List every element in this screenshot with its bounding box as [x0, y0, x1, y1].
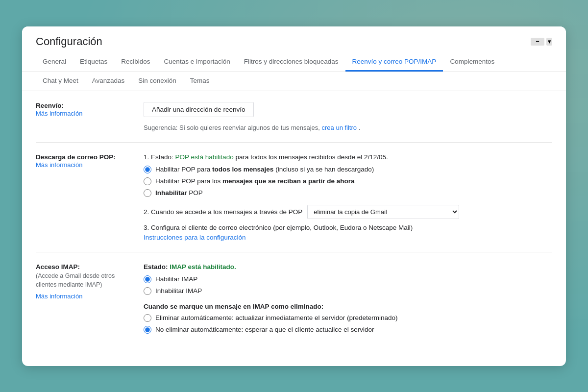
pop-all-bold: todos los mensajes: [212, 166, 273, 173]
window-topbar: Configuración ━ ▾: [22, 26, 566, 48]
tabs-row2: Chat y Meet Avanzadas Sin conexión Temas: [22, 72, 566, 91]
pop-more-info-link[interactable]: Más información: [36, 161, 82, 169]
pop-action-select[interactable]: mantener la copia de Gmail en la Recibid…: [307, 205, 459, 219]
tab-etiquetas[interactable]: Etiquetas: [73, 53, 114, 72]
pop-radio-all[interactable]: [144, 166, 151, 173]
imap-more-info-link[interactable]: Más información: [36, 293, 134, 300]
window-controls: ━ ▾: [531, 38, 552, 46]
imap-body: Estado: IMAP está habilitado. Habilitar …: [144, 263, 552, 342]
imap-deleted-option-no-auto[interactable]: No eliminar automáticamente: esperar a q…: [144, 326, 552, 334]
pop-disable-suffix: POP: [189, 189, 203, 196]
imap-deleted-radio-no-auto[interactable]: [144, 326, 151, 334]
tab-filtros[interactable]: Filtros y direcciones bloqueadas: [237, 53, 345, 72]
pop-step3-label: 3. Configura el cliente de correo electr…: [144, 224, 271, 231]
tab-recibidos[interactable]: Recibidos: [114, 53, 157, 72]
settings-window: Configuración ━ ▾ General Etiquetas Reci…: [22, 26, 566, 366]
forwarding-label: Reenvío: Más información: [36, 102, 144, 131]
add-forwarding-address-button[interactable]: Añadir una dirección de reenvío: [144, 102, 254, 117]
pop-radio-from-now[interactable]: [144, 177, 151, 185]
imap-deleted-options-group: Eliminar automáticamente: actualizar inm…: [144, 314, 552, 334]
imap-title: Acceso IMAP:: [36, 263, 134, 270]
tabs-row1: General Etiquetas Recibidos Cuentas e im…: [22, 53, 566, 72]
tab-reenvio[interactable]: Reenvío y correo POP/IMAP: [345, 53, 443, 72]
imap-radio-disable[interactable]: [144, 287, 151, 295]
settings-content: Reenvío: Más información Añadir una dire…: [22, 91, 566, 366]
tab-complementos[interactable]: Complementos: [443, 53, 501, 72]
imap-status-line: Estado: IMAP está habilitado.: [144, 263, 552, 270]
tab-sin-conexion[interactable]: Sin conexión: [131, 72, 183, 91]
pop-step1-suffix: para todos los mensajes recibidos desde …: [235, 153, 388, 161]
pop-from-now-prefix: Habilitar POP para los: [155, 177, 220, 185]
suggestion-prefix: Sugerencia: Si solo quieres reenviar alg…: [144, 124, 320, 131]
forwarding-more-info-link[interactable]: Más información: [36, 110, 82, 117]
imap-label-col: Acceso IMAP: (Accede a Gmail desde otros…: [36, 263, 144, 342]
imap-label-sub: (Accede a Gmail desde otros clientes med…: [36, 271, 134, 290]
pop-from-now-bold: mensajes que se reciban a partir de ahor…: [222, 177, 354, 185]
pop-body: 1. Estado: POP está habilitado para todo…: [144, 153, 552, 241]
pop-title: Descarga de correo POP:: [36, 153, 134, 161]
pop-section: Descarga de correo POP: Más información …: [36, 143, 552, 252]
imap-deleted-auto-label: Eliminar automáticamente: actualizar inm…: [155, 314, 397, 321]
imap-section: Acceso IMAP: (Accede a Gmail desde otros…: [36, 252, 552, 352]
pop-option-from-now[interactable]: Habilitar POP para los mensajes que se r…: [144, 177, 552, 185]
pop-options-group: Habilitar POP para todos los mensajes (i…: [144, 166, 552, 197]
pop-step3-line: 3. Configura el cliente de correo electr…: [144, 224, 552, 231]
pop-all-suffix-text: (incluso si ya se han descargado): [275, 166, 374, 173]
forwarding-section: Reenvío: Más información Añadir una dire…: [36, 91, 552, 143]
pop-config-instructions-link[interactable]: Instrucciones para la configuración: [144, 234, 246, 241]
imap-disable-label: Inhabilitar IMAP: [155, 287, 202, 294]
pop-step3-sub-text: (por ejemplo, Outlook, Eudora o Netscape…: [273, 224, 413, 231]
imap-when-deleted-title: Cuando se marque un mensaje en IMAP como…: [144, 303, 552, 310]
forwarding-title: Reenvío:: [36, 102, 134, 109]
window-minimize-button[interactable]: ━: [531, 38, 544, 46]
tab-general[interactable]: General: [36, 53, 73, 72]
forwarding-body: Añadir una dirección de reenvío Sugerenc…: [144, 102, 552, 131]
pop-step2-label: 2. Cuando se accede a los mensajes a tra…: [144, 208, 302, 216]
tab-chat-meet[interactable]: Chat y Meet: [36, 72, 85, 91]
tab-temas[interactable]: Temas: [183, 72, 217, 91]
imap-enable-label: Habilitar IMAP: [155, 275, 197, 283]
suggestion-suffix: .: [359, 124, 361, 131]
imap-option-enable[interactable]: Habilitar IMAP: [144, 275, 552, 283]
pop-step1-prefix: 1. Estado:: [144, 153, 173, 161]
pop-label: Descarga de correo POP: Más información: [36, 153, 144, 241]
tab-avanzadas[interactable]: Avanzadas: [85, 72, 132, 91]
imap-options-group: Habilitar IMAP Inhabilitar IMAP: [144, 275, 552, 295]
pop-step2-line: 2. Cuando se accede a los mensajes a tra…: [144, 205, 552, 219]
pop-radio-disable[interactable]: [144, 189, 151, 197]
pop-status-line: 1. Estado: POP está habilitado para todo…: [144, 153, 552, 161]
window-dropdown-button[interactable]: ▾: [546, 38, 552, 46]
imap-radio-enable[interactable]: [144, 275, 151, 283]
pop-option-disable[interactable]: Inhabilitar POP: [144, 189, 552, 197]
imap-deleted-radio-auto[interactable]: [144, 314, 151, 322]
tab-cuentas[interactable]: Cuentas e importación: [157, 53, 237, 72]
suggestion-text: Sugerencia: Si solo quieres reenviar alg…: [144, 124, 552, 131]
imap-deleted-no-auto-label: No eliminar automáticamente: esperar a q…: [155, 326, 374, 333]
imap-option-disable[interactable]: Inhabilitar IMAP: [144, 287, 552, 295]
imap-status-enabled: IMAP está habilitado.: [170, 263, 236, 270]
pop-option-all[interactable]: Habilitar POP para todos los mensajes (i…: [144, 166, 552, 173]
imap-status-prefix: Estado:: [144, 263, 168, 270]
page-title: Configuración: [36, 35, 102, 48]
create-filter-link[interactable]: crea un filtro: [322, 124, 357, 131]
pop-status-enabled: POP está habilitado: [175, 153, 234, 161]
pop-disable-bold: Inhabilitar: [155, 189, 187, 196]
pop-all-prefix: Habilitar POP para: [155, 166, 210, 173]
imap-deleted-option-auto[interactable]: Eliminar automáticamente: actualizar inm…: [144, 314, 552, 322]
